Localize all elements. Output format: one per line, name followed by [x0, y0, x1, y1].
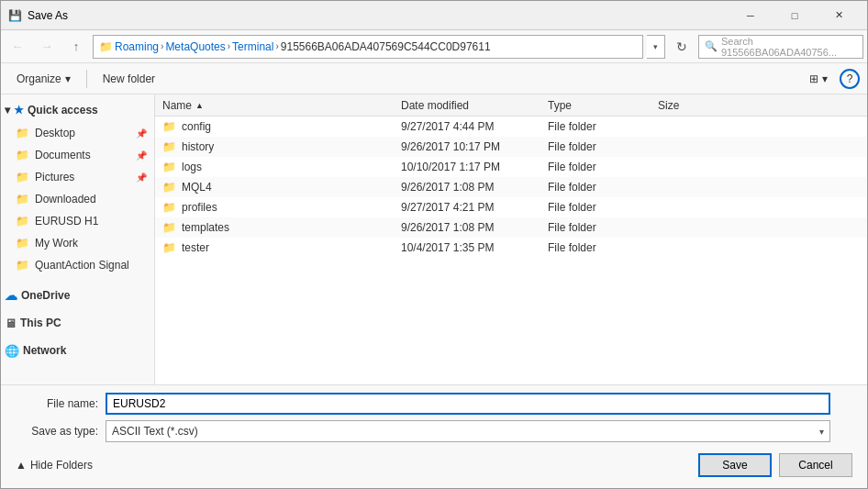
sidebar-item-downloaded[interactable]: 📁 Downloaded — [1, 188, 154, 210]
forward-button[interactable]: → — [34, 34, 60, 60]
thispc-label: This PC — [20, 317, 61, 329]
file-name-cell: 📁 logs — [155, 161, 394, 173]
file-type-cell: File folder — [540, 140, 651, 153]
file-name-cell: 📁 MQL4 — [155, 181, 394, 194]
save-as-dialog: 💾 Save As ─ □ ✕ ← → ↑ 📁 Roaming › MetaQu… — [0, 0, 868, 489]
table-row[interactable]: 📁 config 9/27/2017 4:44 PM File folder — [155, 117, 867, 137]
column-date[interactable]: Date modified — [394, 99, 540, 112]
breadcrumb-current: 915566BA06ADA407569C544CC0D97611 — [281, 40, 491, 53]
hide-folders-button[interactable]: ▲ Hide Folders — [16, 459, 93, 472]
file-name-input[interactable] — [106, 393, 830, 415]
sidebar-item-quantaction[interactable]: 📁 QuantAction Signal — [1, 254, 154, 276]
folder-icon: 📁 — [162, 161, 176, 173]
file-date-cell: 9/27/2017 4:21 PM — [394, 201, 540, 214]
thispc-item[interactable]: 🖥 This PC — [1, 311, 154, 335]
sidebar-item-mywork[interactable]: 📁 My Work — [1, 232, 154, 254]
help-button[interactable]: ? — [840, 69, 860, 89]
table-row[interactable]: 📁 logs 10/10/2017 1:17 PM File folder — [155, 157, 867, 177]
file-type-cell: File folder — [540, 161, 651, 173]
folder-name: 📁 history — [162, 140, 214, 153]
collapse-arrow-icon: ▲ — [16, 459, 27, 472]
file-list: Name ▲ Date modified Type Size 📁 config — [155, 94, 867, 384]
search-placeholder: Search 915566BA06ADA40756... — [721, 36, 857, 58]
sidebar-item-label: Pictures — [35, 171, 74, 183]
organize-button[interactable]: Organize ▾ — [8, 68, 79, 90]
title-bar-controls: ─ □ ✕ — [729, 1, 860, 30]
column-type[interactable]: Type — [540, 99, 651, 112]
folder-name: 📁 profiles — [162, 201, 217, 214]
folder-icon: 📁 — [162, 120, 176, 133]
file-type-cell: File folder — [540, 221, 651, 234]
save-as-type-label: Save as type: — [16, 425, 98, 438]
file-name-cell: 📁 history — [155, 140, 394, 153]
network-item[interactable]: 🌐 Network — [1, 339, 154, 362]
refresh-button[interactable]: ↻ — [669, 35, 695, 59]
quantaction-folder-icon: 📁 — [16, 259, 29, 272]
thispc-icon: 🖥 — [5, 317, 17, 330]
maximize-button[interactable]: □ — [773, 1, 816, 30]
minimize-button[interactable]: ─ — [729, 1, 772, 30]
bottom-section: File name: Save as type: ASCII Text (*.c… — [1, 384, 867, 488]
table-row[interactable]: 📁 profiles 9/27/2017 4:21 PM File folder — [155, 197, 867, 217]
file-name-text: logs — [182, 161, 202, 173]
action-buttons: Save Cancel — [698, 453, 852, 477]
downloaded-folder-icon: 📁 — [16, 193, 29, 206]
main-content: ▾ ★ Quick access 📁 Desktop 📌 📁 Documents… — [1, 94, 867, 384]
file-type-cell: File folder — [540, 120, 651, 133]
column-size[interactable]: Size — [651, 99, 724, 112]
column-name[interactable]: Name ▲ — [155, 99, 394, 112]
documents-folder-icon: 📁 — [16, 149, 29, 161]
select-arrow-icon: ▾ — [819, 427, 824, 437]
file-list-header: Name ▲ Date modified Type Size — [155, 94, 867, 117]
hide-folders-label: Hide Folders — [30, 459, 93, 472]
save-button[interactable]: Save — [698, 453, 772, 477]
file-rows-container: 📁 config 9/27/2017 4:44 PM File folder 📁… — [155, 117, 867, 258]
folder-name: 📁 tester — [162, 241, 209, 254]
breadcrumb-metaquotes[interactable]: MetaQuotes — [165, 40, 225, 53]
folder-name: 📁 logs — [162, 161, 202, 173]
folder-icon: 📁 — [162, 181, 176, 194]
sidebar-item-desktop[interactable]: 📁 Desktop 📌 — [1, 122, 154, 144]
file-name-cell: 📁 templates — [155, 221, 394, 234]
breadcrumb-dropdown[interactable]: ▾ — [647, 35, 665, 59]
folder-icon: 📁 — [162, 140, 176, 153]
up-button[interactable]: ↑ — [63, 34, 89, 60]
view-menu-button[interactable]: ⊞ ▾ — [801, 68, 836, 90]
sidebar-item-eurusd[interactable]: 📁 EURUSD H1 — [1, 210, 154, 232]
quick-access-header[interactable]: ▾ ★ Quick access — [1, 98, 154, 122]
onedrive-item[interactable]: ☁ OneDrive — [1, 283, 154, 307]
back-button[interactable]: ← — [5, 34, 30, 60]
breadcrumb[interactable]: 📁 Roaming › MetaQuotes › Terminal › 9155… — [93, 35, 643, 59]
new-folder-button[interactable]: New folder — [95, 68, 163, 90]
sidebar-item-documents[interactable]: 📁 Documents 📌 — [1, 144, 154, 166]
breadcrumb-terminal[interactable]: Terminal — [232, 40, 273, 53]
file-name-text: templates — [182, 221, 229, 234]
save-as-type-value: ASCII Text (*.csv) — [112, 425, 198, 438]
file-name-text: profiles — [182, 201, 217, 214]
close-button[interactable]: ✕ — [818, 1, 860, 30]
cancel-button[interactable]: Cancel — [779, 453, 852, 477]
breadcrumb-roaming[interactable]: 📁 Roaming — [99, 40, 159, 53]
folder-icon: 📁 — [99, 40, 113, 53]
table-row[interactable]: 📁 history 9/26/2017 10:17 PM File folder — [155, 137, 867, 157]
file-date-cell: 10/4/2017 1:35 PM — [394, 241, 540, 254]
file-name-cell: 📁 tester — [155, 241, 394, 254]
table-row[interactable]: 📁 MQL4 9/26/2017 1:08 PM File folder — [155, 177, 867, 197]
table-row[interactable]: 📁 templates 9/26/2017 1:08 PM File folde… — [155, 217, 867, 238]
view-icon: ⊞ — [809, 72, 818, 85]
file-name-text: tester — [182, 241, 209, 254]
file-date-cell: 10/10/2017 1:17 PM — [394, 161, 540, 173]
view-arrow-icon: ▾ — [822, 72, 828, 85]
pin-icon: 📌 — [136, 150, 147, 161]
table-row[interactable]: 📁 tester 10/4/2017 1:35 PM File folder — [155, 238, 867, 258]
file-date-cell: 9/26/2017 1:08 PM — [394, 181, 540, 194]
search-box[interactable]: 🔍 Search 915566BA06ADA40756... — [698, 35, 863, 59]
star-icon: ★ — [14, 104, 24, 117]
address-bar: ← → ↑ 📁 Roaming › MetaQuotes › Terminal … — [1, 30, 867, 63]
eurusd-folder-icon: 📁 — [16, 215, 29, 228]
sidebar-item-pictures[interactable]: 📁 Pictures 📌 — [1, 166, 154, 188]
file-date-cell: 9/26/2017 10:17 PM — [394, 140, 540, 153]
save-as-type-select[interactable]: ASCII Text (*.csv) ▾ — [106, 420, 830, 442]
toolbar-separator — [86, 70, 87, 88]
mywork-folder-icon: 📁 — [16, 237, 29, 250]
